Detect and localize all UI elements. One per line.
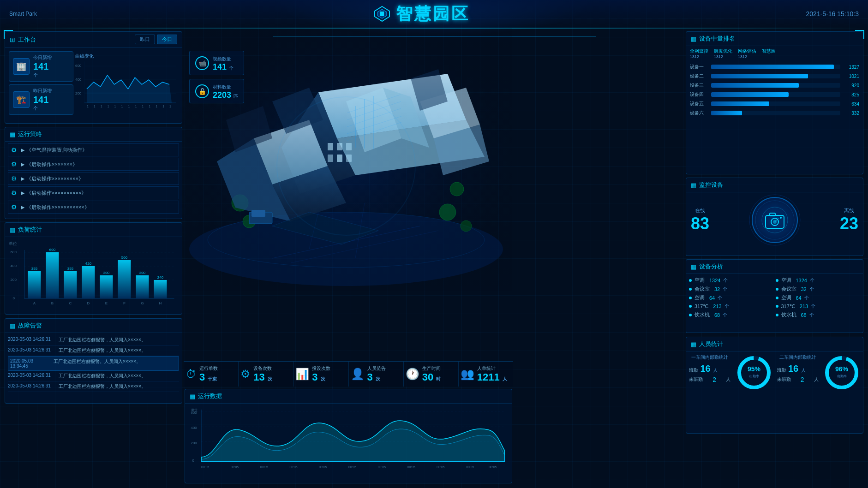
analysis-item: 会议室 32 个: [689, 286, 774, 292]
tab-yesterday[interactable]: 昨日: [135, 35, 155, 44]
sensor-video-info: 视频数量 141 个: [213, 54, 233, 72]
rank-bars: 设备一 1327 设备二 1021 设备三 920 设备四 825 设备五 63…: [686, 61, 863, 122]
svg-text:200: 200: [191, 441, 198, 445]
svg-text:240: 240: [157, 275, 164, 280]
load-title: ▦ 负荷统计: [5, 223, 182, 237]
yesterday-new-card: 🏗️ 昨日新增 141 个: [9, 84, 73, 115]
monitor-panel: ▦ 监控设备 在线 83: [686, 178, 863, 256]
svg-text:1: 1: [94, 105, 96, 107]
list-item[interactable]: ⚙ ▶ 《启动操作×××××××××》: [8, 172, 179, 185]
analysis-item: 317℃ 213 个: [776, 303, 861, 309]
svg-text:A: A: [33, 301, 36, 305]
corner-tr: [855, 30, 864, 39]
svg-text:00:05: 00:05: [319, 465, 327, 469]
list-item[interactable]: ⚙ ▶ 《启动操作××××××××××》: [8, 186, 179, 199]
fault-list: 2020-05-03 14:26:31 工厂北边围栏右侧报警，人员闯入×××××…: [5, 333, 182, 394]
invest-info: 投设次数 3 次: [312, 365, 330, 383]
list-item[interactable]: ⚙ ▶ 《启动操作×××××××××××》: [8, 201, 179, 214]
svg-text:B: B: [51, 301, 54, 305]
analysis-item: 317℃ 213 个: [689, 303, 774, 309]
list-item[interactable]: ⚙ ▶ 《启动操作×××××××》: [8, 158, 179, 171]
workbench-panel: ⊞ 工作台 昨日 今日 🏢 今日新增 141 个 🏗️ 昨日新增 141: [5, 31, 182, 124]
svg-point-130: [762, 207, 788, 233]
personnel-alert-info: 人员范告 3 次: [367, 365, 386, 383]
donut2: 96% 出勤率: [823, 354, 860, 391]
datetime: 2021-5-16 15:10:3: [806, 10, 859, 18]
rank-row: 设备五 634: [690, 101, 859, 107]
sensor-material-info: 材料数量 2203 匹: [213, 82, 238, 100]
analysis-item: 空调 1324 个: [776, 277, 861, 284]
workbench-header: ⊞ 工作台 昨日 今日: [5, 32, 182, 48]
list-item[interactable]: ⚙ ▶ 《空气温控装置启动操作》: [8, 143, 179, 156]
svg-text:355: 355: [31, 267, 38, 271]
svg-text:00:05: 00:05: [378, 465, 386, 469]
svg-text:600: 600: [49, 248, 56, 252]
workshop1: 一车间内部勤统计 班勤 16 人 未班勤 2 人: [689, 354, 731, 391]
workbench-content: 🏢 今日新增 141 个 🏗️ 昨日新增 141 个 曲线变化 600: [5, 48, 182, 122]
analysis-item: 空调 1324 个: [689, 277, 774, 284]
svg-text:00:05: 00:05: [489, 465, 497, 469]
svg-rect-51: [136, 275, 149, 298]
workshop2: 二车间内部勤统计 班勤 16 人 未班勤 2 人: [777, 354, 819, 391]
list-item: 2020-05-03 14:26:31 工厂北边围栏右侧报警，人员闯入×××××…: [8, 345, 179, 356]
device-analysis-panel: ▦ 设备分析 空调 1324 个 空调 1324 个 会议室 32 个 会议室 …: [686, 259, 863, 333]
rank-tab-4[interactable]: 智慧园: [762, 48, 776, 59]
rank-tab-1[interactable]: 全网监控 1312: [690, 48, 708, 59]
rank-row: 设备六 332: [690, 110, 859, 116]
stat-personnel-alert: 👤 人员范告 3 次: [349, 362, 404, 387]
svg-rect-54: [154, 280, 167, 298]
workbench-tabs[interactable]: 昨日 今日: [135, 35, 177, 44]
alert-icon: 👤: [351, 368, 365, 381]
svg-text:1: 1: [108, 105, 109, 107]
rank-tab-2[interactable]: 调度优化 1312: [714, 48, 732, 59]
today-icon: 🏢: [13, 58, 30, 75]
analysis-item: 会议室 32 个: [776, 286, 861, 292]
svg-rect-45: [100, 275, 113, 298]
svg-text:200: 200: [11, 278, 17, 282]
list-item-highlight: 2020.05.03 13:34:45 工厂北边围栏右侧报警。人员闯入×××××…: [8, 356, 179, 371]
svg-text:00:05: 00:05: [407, 465, 415, 469]
monitor-content: 在线 83: [686, 192, 863, 248]
bar-chart-container: 单位 600 400 200 0 355 A 600 B 355: [5, 237, 182, 315]
donut2-svg: 96% 出勤率: [823, 354, 860, 391]
running-data-title: ▦ 运行数据: [185, 389, 512, 404]
svg-rect-33: [28, 271, 41, 298]
svg-text:00:05: 00:05: [231, 465, 239, 469]
invest-icon: 📊: [295, 368, 309, 381]
personnel-panel: ▦ 人员统计 一车间内部勤统计 班勤 16 人 未班勤 2 人: [686, 337, 863, 434]
svg-text:1: 1: [101, 105, 102, 107]
material-sensor-icon: 🔒: [195, 84, 209, 98]
radar-svg: [747, 192, 802, 248]
wave-svg: 600 400 200 0 单位 00:05 00:05 00:05 00:05…: [189, 407, 508, 480]
svg-text:1: 1: [121, 105, 123, 107]
y-axis-label: 单位: [9, 241, 178, 247]
fault-panel: ▦ 故障告警 2020-05-03 14:26:31 工厂北边围栏右侧报警，人员…: [5, 318, 182, 404]
svg-text:F: F: [123, 301, 126, 305]
svg-text:00:05: 00:05: [348, 465, 356, 469]
personnel-title: ▦ 人员统计: [686, 337, 863, 351]
online-count: 在线 83: [691, 207, 709, 233]
video-sensor-icon: 📹: [195, 56, 209, 70]
total-icon: 👥: [461, 368, 474, 381]
svg-text:1: 1: [87, 105, 89, 107]
svg-text:C: C: [69, 301, 72, 305]
svg-text:00:05: 00:05: [289, 465, 297, 469]
tab-today[interactable]: 今日: [157, 35, 177, 44]
svg-point-136: [827, 358, 856, 387]
workshop1-on-row: 班勤 16 人: [689, 363, 731, 374]
svg-text:0: 0: [192, 458, 194, 463]
workbench-title: ⊞ 工作台: [10, 36, 36, 44]
header-title: 智慧园区: [373, 3, 470, 25]
device-rank-title: ▦ 设备中量排名: [686, 32, 863, 46]
personnel-content: 一车间内部勤统计 班勤 16 人 未班勤 2 人 95% 出勤率: [686, 351, 863, 394]
total-info: 人单统计 1211 人: [477, 365, 507, 383]
svg-text:96%: 96%: [835, 365, 849, 373]
rank-tab-3[interactable]: 网络评估 1312: [738, 48, 756, 59]
production-info: 生产时间 30 时: [422, 365, 441, 383]
header: Smart Park 智慧园区 2021-5-16 15:10:3: [0, 0, 868, 28]
svg-text:00:05: 00:05: [437, 465, 444, 469]
list-item: 2020-05-03 14:26:31 工厂北边围栏右侧报警，人员闯入×××××…: [8, 335, 179, 345]
stat-invest: 📊 投设次数 3 次: [293, 362, 348, 387]
svg-rect-36: [46, 252, 59, 298]
analysis-grid: 空调 1324 个 空调 1324 个 会议室 32 个 会议室 32 个 空调…: [686, 274, 863, 321]
